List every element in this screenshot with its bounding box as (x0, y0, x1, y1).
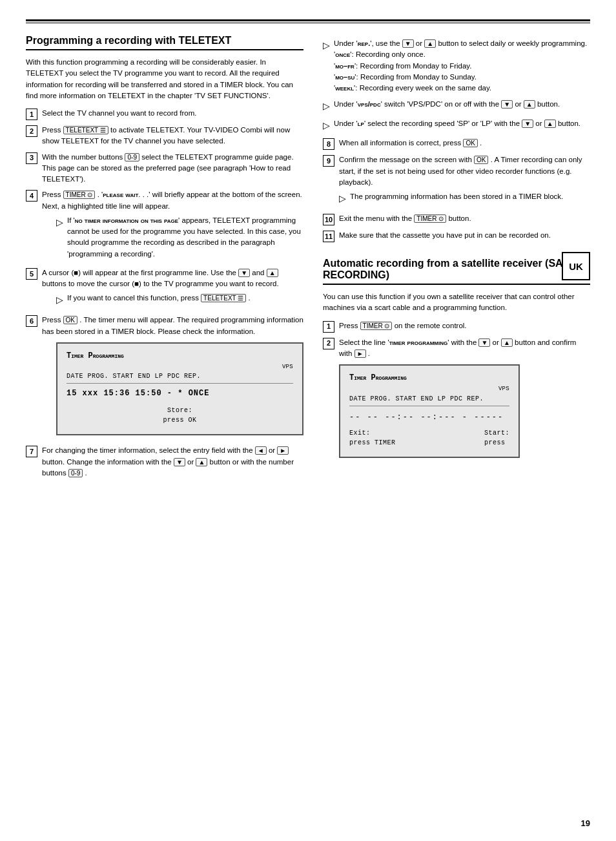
note-no-timer: ▷ If 'no timer information on this page'… (56, 215, 303, 260)
step-text-5: A cursor (■) will appear at the first pr… (42, 267, 303, 311)
sat-step-1: 1 Press TIMER ⊙ on the remote control. (323, 320, 590, 333)
page: Programming a recording with TELETEXT Wi… (0, 0, 616, 841)
sat-step-text-2: Select the line 'timer programming' with… (339, 337, 590, 463)
ok-btn-9: OK (474, 156, 488, 164)
screen-box-left: Timer Programming VPS DATE PROG. START E… (56, 342, 303, 436)
teletext-btn: TELETEXT ☰ (63, 126, 108, 134)
screen-box-sat: Timer Programming VPS DATE PROG. START E… (339, 364, 520, 458)
sat-screen-divider (349, 406, 509, 406)
note-no-timer-text: If 'no timer information on this page' a… (67, 215, 303, 260)
note-lp: ▷ Under 'lp' select the recording speed … (323, 118, 590, 132)
step-9: 9 Confirm the message on the screen with… (323, 154, 590, 209)
step-num-10: 10 (323, 214, 334, 225)
ok-btn-6: OK (63, 316, 77, 324)
step-num-5: 5 (26, 268, 37, 280)
step-num-3: 3 (26, 152, 37, 164)
page-number: 19 (581, 818, 590, 828)
step-1: 1 Select the TV channel you want to reco… (26, 108, 303, 120)
note-rep-text: Under 'rep.', use the ▼ or ▲ button to s… (334, 38, 590, 94)
step-text-1: Select the TV channel you want to record… (42, 108, 303, 119)
note-cancel-text: If you want to cancel this function, pre… (67, 293, 303, 304)
step-11: 11 Make sure that the cassette you have … (323, 230, 590, 242)
up-btn-7: ▲ (196, 458, 207, 466)
note-arrow-1: ▷ (56, 216, 63, 229)
ok-btn-8: OK (463, 139, 477, 147)
step-text-2: Press TELETEXT ☰ to activate TELETEXT. Y… (42, 125, 303, 147)
screen-data-row-left: 15 xxx 15:36 15:50 - * ONCE (67, 388, 293, 399)
left-btn-7: ◄ (255, 446, 267, 455)
note-arrow-rep: ▷ (323, 39, 330, 52)
note-stored: ▷ The programming information has been s… (339, 191, 590, 205)
sat-screen-footer: Exit:press TIMER Start:press (349, 428, 509, 448)
step-10: 10 Exit the menu with the TIMER ⊙ button… (323, 213, 590, 225)
up-sat2: ▲ (501, 338, 513, 347)
step-3: 3 With the number buttons 0-9 select the… (26, 152, 303, 185)
step-text-7: For changing the timer information, sele… (42, 445, 303, 479)
screen-vps-left: VPS (67, 363, 293, 372)
step-text-3: With the number buttons 0-9 select the T… (42, 152, 303, 185)
down-rep: ▼ (402, 39, 414, 48)
note-cancel: ▷ If you want to cancel this function, p… (56, 293, 303, 307)
up-lp: ▲ (544, 119, 556, 128)
timer-btn-4: TIMER ⊙ (63, 191, 96, 199)
note-arrow-vps: ▷ (323, 99, 330, 113)
step-list-right: 8 When all information is correct, press… (323, 138, 590, 242)
down-vps: ▼ (501, 100, 513, 109)
step-num-1: 1 (26, 109, 37, 120)
step-text-4: Press TIMER ⊙ . 'please wait. . .' will … (42, 189, 303, 263)
note-vps: ▷ Under 'vps/pdc' switch 'VPS/PDC' on or… (323, 99, 590, 113)
sat-screen-empty: -- -- --:-- --:--- - ----- (349, 411, 509, 423)
screen-title-left: Timer Programming (67, 350, 293, 362)
uk-badge-text: UK (569, 261, 583, 272)
step-5: 5 A cursor (■) will appear at the first … (26, 267, 303, 311)
sat-step-num-1: 1 (323, 321, 334, 333)
sat-section-title: Automatic recording from a satellite rec… (323, 258, 590, 285)
up-rep: ▲ (424, 39, 436, 48)
sat-footer-exit: Exit:press TIMER (349, 428, 396, 448)
left-column: Programming a recording with TELETEXT Wi… (26, 35, 303, 483)
step-text-11: Make sure that the cassette you have put… (339, 230, 590, 241)
note-rep: ▷ Under 'rep.', use the ▼ or ▲ button to… (323, 38, 590, 94)
step-num-8: 8 (323, 138, 334, 150)
sat-step-2: 2 Select the line 'timer programming' wi… (323, 337, 590, 463)
teletext-btn-cancel: TELETEXT ☰ (201, 294, 246, 302)
right-column: ▷ Under 'rep.', use the ▼ or ▲ button to… (323, 35, 590, 483)
note-arrow-stored: ▷ (339, 192, 346, 205)
note-stored-text: The programming information has been sto… (350, 191, 590, 202)
up-vps: ▲ (524, 100, 535, 109)
screen-divider-left (67, 383, 293, 384)
num-btn-7: 0-9 (68, 469, 83, 477)
down-btn-5: ▼ (238, 269, 250, 277)
up-btn-5: ▲ (267, 269, 278, 277)
sat-screen-header: DATE PROG. START END LP PDC REP. (349, 394, 509, 404)
note-arrow-lp: ▷ (323, 119, 330, 132)
step-num-11: 11 (323, 231, 334, 242)
note-arrow-2: ▷ (56, 293, 63, 307)
down-btn-7: ▼ (174, 458, 185, 466)
step-8: 8 When all information is correct, press… (323, 138, 590, 150)
sat-step-list: 1 Press TIMER ⊙ on the remote control. 2… (323, 320, 590, 463)
step-text-10: Exit the menu with the TIMER ⊙ button. (339, 213, 590, 224)
sat-screen-title: Timer Programming (349, 372, 509, 384)
step-num-4: 4 (26, 190, 37, 202)
step-num-2: 2 (26, 125, 37, 137)
sat-intro: You can use this function if you own a s… (323, 291, 590, 314)
screen-header-left: DATE PROG. START END LP PDC REP. (67, 371, 293, 381)
sat-footer-start: Start:press (484, 428, 509, 448)
timer-btn-sat1: TIMER ⊙ (360, 322, 393, 330)
sat-step-num-2: 2 (323, 338, 334, 349)
left-section-title: Programming a recording with TELETEXT (26, 35, 303, 50)
right-sat2: ► (354, 349, 366, 358)
sat-screen-vps: VPS (349, 385, 509, 394)
step-num-6: 6 (26, 315, 37, 327)
step-6: 6 Press OK . The timer menu will appear.… (26, 315, 303, 441)
step-num-7: 7 (26, 446, 37, 457)
step-list-left: 1 Select the TV channel you want to reco… (26, 108, 303, 479)
step-text-8: When all information is correct, press O… (339, 138, 590, 149)
step-4: 4 Press TIMER ⊙ . 'please wait. . .' wil… (26, 189, 303, 263)
right-btn-7: ► (277, 446, 289, 455)
down-sat2: ▼ (478, 338, 490, 347)
step-text-9: Confirm the message on the screen with O… (339, 154, 590, 209)
top-rule (26, 19, 590, 21)
step-7: 7 For changing the timer information, se… (26, 445, 303, 479)
